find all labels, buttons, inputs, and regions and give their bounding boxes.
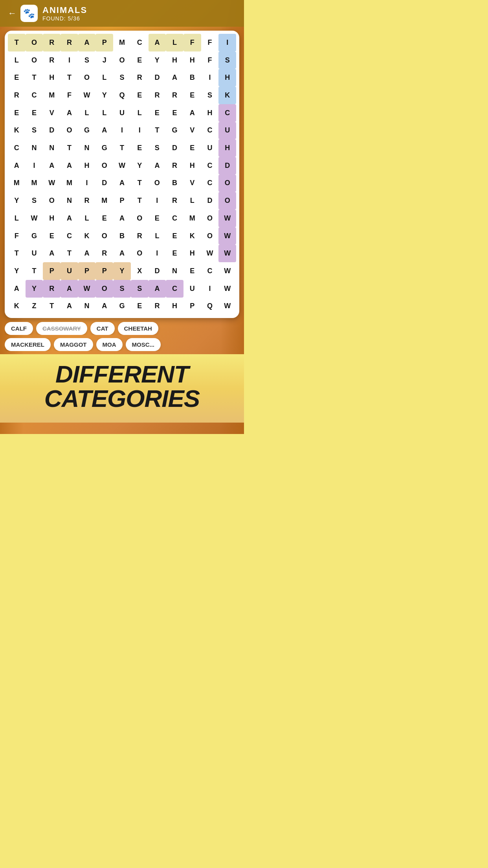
grid-cell[interactable]: C	[201, 262, 219, 280]
grid-cell[interactable]: E	[8, 69, 26, 86]
word-chip[interactable]: MOSC...	[126, 338, 161, 351]
grid-cell[interactable]: R	[61, 34, 78, 51]
grid-cell[interactable]: H	[218, 139, 236, 157]
grid-cell[interactable]: O	[61, 122, 78, 140]
grid-cell[interactable]: V	[183, 175, 201, 192]
grid-cell[interactable]: E	[149, 104, 166, 122]
grid-cell[interactable]: U	[113, 104, 131, 122]
grid-cell[interactable]: T	[61, 245, 78, 262]
grid-cell[interactable]: W	[113, 157, 131, 175]
grid-cell[interactable]: A	[113, 210, 131, 227]
grid-cell[interactable]: O	[201, 227, 219, 245]
grid-cell[interactable]: S	[26, 122, 43, 140]
grid-cell[interactable]: N	[26, 139, 43, 157]
grid-cell[interactable]: I	[26, 157, 43, 175]
grid-cell[interactable]: O	[201, 210, 219, 227]
grid-cell[interactable]: E	[8, 104, 26, 122]
grid-cell[interactable]: Y	[131, 157, 149, 175]
grid-cell[interactable]: C	[218, 104, 236, 122]
grid-cell[interactable]: A	[43, 157, 61, 175]
grid-cell[interactable]: M	[26, 175, 43, 192]
grid-cell[interactable]: E	[183, 86, 201, 104]
grid-cell[interactable]: K	[218, 86, 236, 104]
grid-cell[interactable]: A	[61, 298, 78, 315]
grid-cell[interactable]: O	[95, 280, 113, 298]
grid-cell[interactable]: E	[131, 298, 149, 315]
word-chip[interactable]: MAGGOT	[54, 338, 93, 351]
grid-cell[interactable]: A	[95, 122, 113, 140]
grid-cell[interactable]: Y	[95, 86, 113, 104]
grid-cell[interactable]: M	[8, 175, 26, 192]
grid-cell[interactable]: E	[131, 51, 149, 69]
grid-cell[interactable]: V	[43, 104, 61, 122]
grid-cell[interactable]: A	[8, 280, 26, 298]
grid-cell[interactable]: D	[166, 139, 183, 157]
grid-cell[interactable]: R	[131, 227, 149, 245]
grid-cell[interactable]: L	[8, 210, 26, 227]
grid-cell[interactable]: A	[78, 34, 96, 51]
grid-cell[interactable]: E	[95, 210, 113, 227]
grid-cell[interactable]: C	[201, 157, 219, 175]
grid-cell[interactable]: H	[43, 210, 61, 227]
grid-cell[interactable]: A	[149, 34, 166, 51]
grid-cell[interactable]: W	[218, 227, 236, 245]
grid-cell[interactable]: W	[218, 298, 236, 315]
grid-cell[interactable]: U	[201, 139, 219, 157]
grid-cell[interactable]: S	[113, 280, 131, 298]
grid-cell[interactable]: C	[166, 280, 183, 298]
grid-cell[interactable]: M	[113, 34, 131, 51]
grid-cell[interactable]: W	[78, 280, 96, 298]
grid-cell[interactable]: A	[166, 69, 183, 86]
grid-cell[interactable]: H	[78, 157, 96, 175]
grid-cell[interactable]: U	[218, 122, 236, 140]
grid-cell[interactable]: L	[166, 34, 183, 51]
grid-cell[interactable]: W	[201, 245, 219, 262]
grid-cell[interactable]: H	[166, 298, 183, 315]
grid-cell[interactable]: N	[78, 298, 96, 315]
grid-cell[interactable]: F	[8, 227, 26, 245]
grid-cell[interactable]: C	[201, 175, 219, 192]
grid-cell[interactable]: C	[166, 210, 183, 227]
grid-cell[interactable]: T	[8, 34, 26, 51]
grid-cell[interactable]: T	[131, 175, 149, 192]
grid-cell[interactable]: H	[201, 104, 219, 122]
grid-cell[interactable]: A	[183, 104, 201, 122]
grid-cell[interactable]: Q	[201, 298, 219, 315]
grid-cell[interactable]: T	[26, 69, 43, 86]
grid-cell[interactable]: C	[61, 227, 78, 245]
word-chip[interactable]: MOA	[96, 338, 123, 351]
grid-cell[interactable]: F	[61, 86, 78, 104]
grid-cell[interactable]: O	[43, 192, 61, 210]
grid-cell[interactable]: K	[78, 227, 96, 245]
grid-cell[interactable]: R	[78, 192, 96, 210]
grid-cell[interactable]: G	[166, 122, 183, 140]
grid-cell[interactable]: S	[149, 139, 166, 157]
grid-cell[interactable]: U	[183, 280, 201, 298]
grid-cell[interactable]: B	[183, 69, 201, 86]
grid-cell[interactable]: E	[183, 139, 201, 157]
grid-cell[interactable]: L	[183, 192, 201, 210]
grid-cell[interactable]: S	[113, 69, 131, 86]
grid-cell[interactable]: V	[183, 122, 201, 140]
grid-cell[interactable]: O	[218, 175, 236, 192]
grid-cell[interactable]: Y	[8, 192, 26, 210]
grid-cell[interactable]: A	[78, 245, 96, 262]
grid-cell[interactable]: J	[95, 51, 113, 69]
grid-cell[interactable]: R	[131, 69, 149, 86]
grid-cell[interactable]: R	[149, 86, 166, 104]
grid-cell[interactable]: O	[95, 227, 113, 245]
grid-cell[interactable]: A	[61, 104, 78, 122]
grid-cell[interactable]: W	[43, 175, 61, 192]
grid-cell[interactable]: Q	[113, 86, 131, 104]
grid-cell[interactable]: Z	[26, 298, 43, 315]
grid-cell[interactable]: O	[131, 210, 149, 227]
grid-cell[interactable]: G	[26, 227, 43, 245]
grid-cell[interactable]: I	[113, 122, 131, 140]
grid-cell[interactable]: N	[61, 192, 78, 210]
grid-cell[interactable]: A	[113, 245, 131, 262]
grid-cell[interactable]: S	[201, 86, 219, 104]
grid-cell[interactable]: G	[113, 298, 131, 315]
grid-cell[interactable]: W	[218, 245, 236, 262]
grid-cell[interactable]: M	[43, 86, 61, 104]
grid-cell[interactable]: Y	[113, 262, 131, 280]
